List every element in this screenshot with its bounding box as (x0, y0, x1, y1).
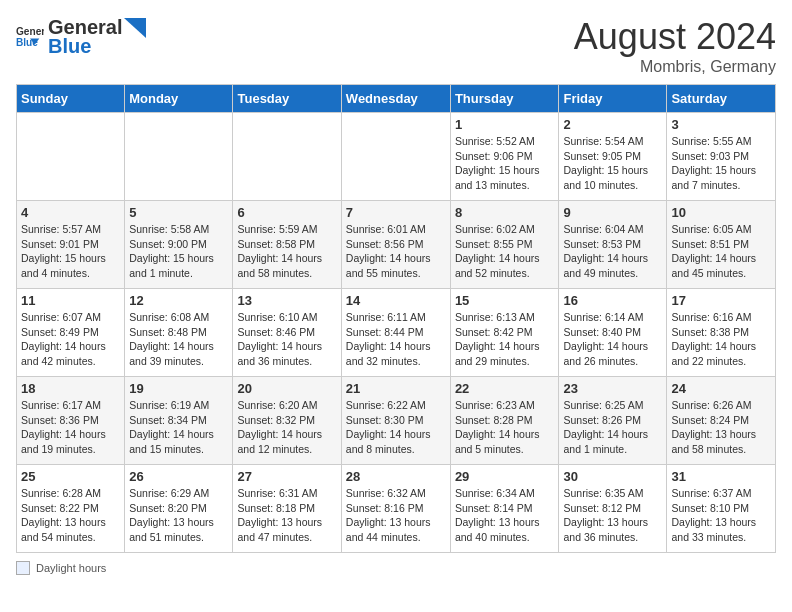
day-cell: 4Sunrise: 5:57 AM Sunset: 9:01 PM Daylig… (17, 201, 125, 289)
day-number: 5 (129, 205, 228, 220)
day-cell: 12Sunrise: 6:08 AM Sunset: 8:48 PM Dayli… (125, 289, 233, 377)
day-number: 21 (346, 381, 446, 396)
day-cell: 27Sunrise: 6:31 AM Sunset: 8:18 PM Dayli… (233, 465, 341, 553)
day-number: 3 (671, 117, 771, 132)
week-row-1: 1Sunrise: 5:52 AM Sunset: 9:06 PM Daylig… (17, 113, 776, 201)
calendar: SundayMondayTuesdayWednesdayThursdayFrid… (16, 84, 776, 553)
day-cell (17, 113, 125, 201)
day-number: 7 (346, 205, 446, 220)
day-info: Sunrise: 6:11 AM Sunset: 8:44 PM Dayligh… (346, 310, 446, 369)
day-info: Sunrise: 6:35 AM Sunset: 8:12 PM Dayligh… (563, 486, 662, 545)
day-info: Sunrise: 6:23 AM Sunset: 8:28 PM Dayligh… (455, 398, 555, 457)
day-info: Sunrise: 6:08 AM Sunset: 8:48 PM Dayligh… (129, 310, 228, 369)
day-cell: 21Sunrise: 6:22 AM Sunset: 8:30 PM Dayli… (341, 377, 450, 465)
day-cell: 10Sunrise: 6:05 AM Sunset: 8:51 PM Dayli… (667, 201, 776, 289)
day-number: 30 (563, 469, 662, 484)
legend: Daylight hours (16, 561, 776, 575)
day-info: Sunrise: 6:16 AM Sunset: 8:38 PM Dayligh… (671, 310, 771, 369)
day-info: Sunrise: 6:19 AM Sunset: 8:34 PM Dayligh… (129, 398, 228, 457)
day-cell: 5Sunrise: 5:58 AM Sunset: 9:00 PM Daylig… (125, 201, 233, 289)
day-info: Sunrise: 6:32 AM Sunset: 8:16 PM Dayligh… (346, 486, 446, 545)
day-number: 1 (455, 117, 555, 132)
day-header-wednesday: Wednesday (341, 85, 450, 113)
day-header-tuesday: Tuesday (233, 85, 341, 113)
day-cell: 9Sunrise: 6:04 AM Sunset: 8:53 PM Daylig… (559, 201, 667, 289)
day-number: 4 (21, 205, 120, 220)
day-info: Sunrise: 6:10 AM Sunset: 8:46 PM Dayligh… (237, 310, 336, 369)
day-number: 9 (563, 205, 662, 220)
day-cell: 29Sunrise: 6:34 AM Sunset: 8:14 PM Dayli… (450, 465, 559, 553)
day-header-friday: Friday (559, 85, 667, 113)
day-cell: 6Sunrise: 5:59 AM Sunset: 8:58 PM Daylig… (233, 201, 341, 289)
week-row-2: 4Sunrise: 5:57 AM Sunset: 9:01 PM Daylig… (17, 201, 776, 289)
day-number: 31 (671, 469, 771, 484)
day-cell: 24Sunrise: 6:26 AM Sunset: 8:24 PM Dayli… (667, 377, 776, 465)
day-cell: 2Sunrise: 5:54 AM Sunset: 9:05 PM Daylig… (559, 113, 667, 201)
day-info: Sunrise: 6:14 AM Sunset: 8:40 PM Dayligh… (563, 310, 662, 369)
svg-text:General: General (16, 26, 44, 37)
day-header-sunday: Sunday (17, 85, 125, 113)
day-cell: 18Sunrise: 6:17 AM Sunset: 8:36 PM Dayli… (17, 377, 125, 465)
day-cell (233, 113, 341, 201)
day-cell: 23Sunrise: 6:25 AM Sunset: 8:26 PM Dayli… (559, 377, 667, 465)
day-cell: 31Sunrise: 6:37 AM Sunset: 8:10 PM Dayli… (667, 465, 776, 553)
day-number: 13 (237, 293, 336, 308)
day-cell: 16Sunrise: 6:14 AM Sunset: 8:40 PM Dayli… (559, 289, 667, 377)
day-number: 25 (21, 469, 120, 484)
day-cell: 14Sunrise: 6:11 AM Sunset: 8:44 PM Dayli… (341, 289, 450, 377)
day-cell (341, 113, 450, 201)
day-info: Sunrise: 6:02 AM Sunset: 8:55 PM Dayligh… (455, 222, 555, 281)
logo-triangle-icon (124, 18, 146, 38)
svg-text:Blue: Blue (16, 37, 38, 48)
day-number: 14 (346, 293, 446, 308)
day-info: Sunrise: 6:13 AM Sunset: 8:42 PM Dayligh… (455, 310, 555, 369)
day-info: Sunrise: 6:04 AM Sunset: 8:53 PM Dayligh… (563, 222, 662, 281)
day-number: 17 (671, 293, 771, 308)
day-info: Sunrise: 5:54 AM Sunset: 9:05 PM Dayligh… (563, 134, 662, 193)
day-cell: 20Sunrise: 6:20 AM Sunset: 8:32 PM Dayli… (233, 377, 341, 465)
day-cell: 1Sunrise: 5:52 AM Sunset: 9:06 PM Daylig… (450, 113, 559, 201)
legend-box (16, 561, 30, 575)
day-info: Sunrise: 6:37 AM Sunset: 8:10 PM Dayligh… (671, 486, 771, 545)
day-number: 18 (21, 381, 120, 396)
day-number: 10 (671, 205, 771, 220)
day-cell: 25Sunrise: 6:28 AM Sunset: 8:22 PM Dayli… (17, 465, 125, 553)
day-number: 15 (455, 293, 555, 308)
day-info: Sunrise: 6:07 AM Sunset: 8:49 PM Dayligh… (21, 310, 120, 369)
day-cell: 8Sunrise: 6:02 AM Sunset: 8:55 PM Daylig… (450, 201, 559, 289)
day-number: 16 (563, 293, 662, 308)
day-header-thursday: Thursday (450, 85, 559, 113)
month-year: August 2024 (574, 16, 776, 58)
day-info: Sunrise: 5:57 AM Sunset: 9:01 PM Dayligh… (21, 222, 120, 281)
calendar-header: SundayMondayTuesdayWednesdayThursdayFrid… (17, 85, 776, 113)
day-info: Sunrise: 6:05 AM Sunset: 8:51 PM Dayligh… (671, 222, 771, 281)
day-info: Sunrise: 6:31 AM Sunset: 8:18 PM Dayligh… (237, 486, 336, 545)
day-cell: 13Sunrise: 6:10 AM Sunset: 8:46 PM Dayli… (233, 289, 341, 377)
day-number: 24 (671, 381, 771, 396)
day-info: Sunrise: 5:52 AM Sunset: 9:06 PM Dayligh… (455, 134, 555, 193)
day-info: Sunrise: 6:26 AM Sunset: 8:24 PM Dayligh… (671, 398, 771, 457)
day-info: Sunrise: 6:25 AM Sunset: 8:26 PM Dayligh… (563, 398, 662, 457)
day-cell: 11Sunrise: 6:07 AM Sunset: 8:49 PM Dayli… (17, 289, 125, 377)
day-info: Sunrise: 6:28 AM Sunset: 8:22 PM Dayligh… (21, 486, 120, 545)
day-info: Sunrise: 6:34 AM Sunset: 8:14 PM Dayligh… (455, 486, 555, 545)
day-number: 28 (346, 469, 446, 484)
day-number: 8 (455, 205, 555, 220)
svg-marker-3 (124, 18, 146, 38)
day-cell: 22Sunrise: 6:23 AM Sunset: 8:28 PM Dayli… (450, 377, 559, 465)
day-header-saturday: Saturday (667, 85, 776, 113)
day-header-monday: Monday (125, 85, 233, 113)
day-cell: 7Sunrise: 6:01 AM Sunset: 8:56 PM Daylig… (341, 201, 450, 289)
calendar-body: 1Sunrise: 5:52 AM Sunset: 9:06 PM Daylig… (17, 113, 776, 553)
day-number: 19 (129, 381, 228, 396)
location: Mombris, Germany (574, 58, 776, 76)
day-number: 27 (237, 469, 336, 484)
week-row-3: 11Sunrise: 6:07 AM Sunset: 8:49 PM Dayli… (17, 289, 776, 377)
day-info: Sunrise: 5:59 AM Sunset: 8:58 PM Dayligh… (237, 222, 336, 281)
day-cell: 26Sunrise: 6:29 AM Sunset: 8:20 PM Dayli… (125, 465, 233, 553)
logo-icon: General Blue (16, 23, 44, 51)
day-info: Sunrise: 6:17 AM Sunset: 8:36 PM Dayligh… (21, 398, 120, 457)
day-number: 6 (237, 205, 336, 220)
week-row-5: 25Sunrise: 6:28 AM Sunset: 8:22 PM Dayli… (17, 465, 776, 553)
logo: General Blue General Blue (16, 16, 146, 58)
